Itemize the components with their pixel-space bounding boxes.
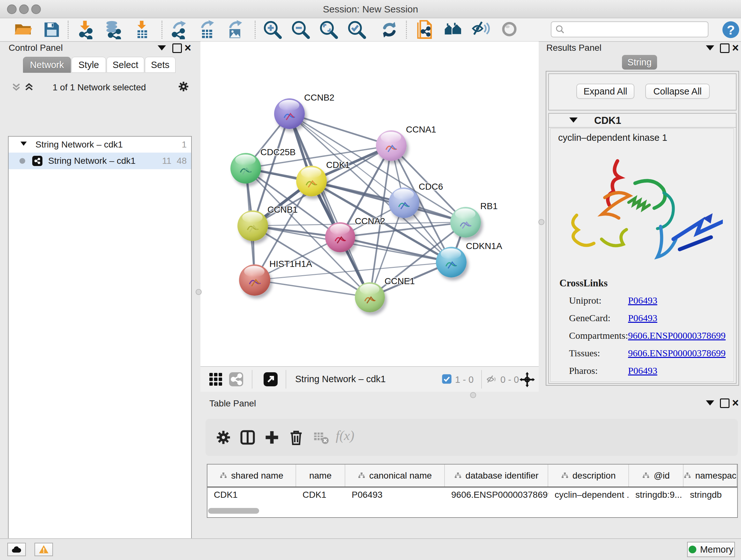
memory-button[interactable]: Memory [687, 542, 735, 557]
collapse-all-button[interactable]: Collapse All [645, 84, 710, 99]
protein-thumbnail [244, 219, 263, 238]
tab-network[interactable]: Network [23, 57, 71, 73]
crosslink-link[interactable]: P06493 [628, 295, 657, 306]
table-cell: P06493 [345, 490, 445, 500]
network-collection-row[interactable]: String Network – cdk1 1 [9, 137, 191, 152]
expand-all-button[interactable]: Expand All [576, 84, 634, 99]
help-icon[interactable]: ? [721, 20, 740, 39]
crosslink-link[interactable]: P06493 [628, 365, 657, 376]
left-splitter-handle[interactable] [196, 289, 202, 295]
zoom-out-icon[interactable] [291, 20, 310, 39]
results-panel: Results Panel × String Expand All Collap… [541, 42, 741, 397]
table-panel-menu-icon[interactable] [706, 400, 714, 406]
gear-icon[interactable] [215, 429, 232, 446]
network-node-CCNB1[interactable]: CCNB1 [238, 210, 268, 241]
save-session-icon[interactable] [42, 20, 61, 39]
results-panel-menu-icon[interactable] [706, 45, 714, 51]
network-node-CDKN1A[interactable]: CDKN1A [436, 247, 467, 277]
control-panel-menu-icon[interactable] [158, 45, 166, 51]
node-label: CDK1 [326, 160, 350, 170]
zoom-selected-icon[interactable] [347, 20, 366, 39]
tab-sets[interactable]: Sets [145, 57, 176, 73]
protein-thumbnail [361, 291, 380, 308]
table-row[interactable]: CDK1CDK1P064939606.ENSP00000378699cyclin… [207, 488, 737, 502]
crosslink-link[interactable]: 9606.ENSP00000378699 [628, 330, 726, 341]
column-type-icon [684, 472, 691, 480]
string-network-icon [32, 156, 43, 166]
memory-label: Memory [700, 544, 734, 555]
search-icon [555, 24, 565, 34]
results-panel-float-icon[interactable] [720, 44, 730, 53]
import-network-from-database-icon[interactable] [104, 20, 123, 39]
columns-icon[interactable] [239, 429, 256, 446]
birdseye-view-icon[interactable] [263, 372, 278, 387]
hide-panels-icon[interactable] [472, 20, 491, 39]
network-options-gear-icon[interactable] [178, 80, 190, 94]
network-node-CCNB2[interactable]: CCNB2 [274, 98, 305, 129]
share-document-icon[interactable] [415, 20, 434, 39]
home-pages-icon[interactable] [444, 20, 463, 39]
add-column-icon[interactable] [264, 429, 280, 446]
network-node-CCNA1[interactable]: CCNA1 [376, 130, 407, 161]
delete-table-icon[interactable] [313, 429, 329, 446]
entry-collapse-icon[interactable] [569, 118, 578, 123]
network-node-RB1[interactable]: RB1 [450, 207, 481, 238]
show-eye-icon[interactable] [500, 20, 519, 39]
tab-style[interactable]: Style [71, 57, 106, 73]
crosshair-icon[interactable] [520, 372, 535, 387]
refresh-icon[interactable] [380, 20, 399, 39]
export-image-icon[interactable] [225, 20, 245, 39]
export-network-icon[interactable] [169, 20, 188, 39]
import-table-icon[interactable] [132, 20, 151, 39]
column-header-database-identifier[interactable]: database identifier [445, 464, 548, 487]
results-panel-close-icon[interactable]: × [732, 44, 739, 52]
column-header-canonical-name[interactable]: canonical name [345, 464, 445, 487]
column-header-description[interactable]: description [548, 464, 629, 487]
import-network-icon[interactable] [76, 20, 95, 39]
cloud-button[interactable] [7, 543, 26, 556]
crosslink-link[interactable]: P06493 [628, 313, 657, 323]
network-row-selected[interactable]: String Network – cdk1 11 48 [9, 152, 191, 169]
horizontal-scrollbar[interactable] [208, 508, 259, 514]
table-panel-float-icon[interactable] [720, 398, 730, 408]
network-node-CDK1[interactable]: CDK1 [296, 166, 327, 196]
selected-checkbox[interactable] [442, 374, 452, 384]
column-header-shared-name[interactable]: shared name [207, 464, 296, 487]
control-panel-float-icon[interactable] [172, 44, 182, 53]
column-header-namespac[interactable]: namespac [684, 464, 737, 487]
column-type-icon [454, 472, 462, 480]
column-header-name[interactable]: name [296, 464, 345, 487]
network-node-CCNA2[interactable]: CCNA2 [325, 222, 355, 252]
control-panel-close-icon[interactable]: × [185, 44, 191, 52]
hidden-eye-icon[interactable] [486, 374, 497, 385]
network-node-CDC6[interactable]: CDC6 [389, 187, 419, 218]
column-header--id[interactable]: @id [629, 464, 684, 487]
zoom-in-icon[interactable] [263, 20, 282, 39]
tab-string[interactable]: String [622, 55, 657, 70]
network-node-CDC25B[interactable]: CDC25B [230, 153, 261, 184]
zoom-fit-icon[interactable] [319, 20, 338, 39]
share-view-icon[interactable] [228, 372, 244, 387]
cloud-icon [11, 545, 22, 554]
search-input[interactable] [551, 21, 709, 37]
title-bar: Session: New Session [0, 0, 741, 18]
table-cell: CDK1 [296, 490, 345, 500]
delete-icon[interactable] [288, 429, 305, 446]
network-node-HIST1H1A[interactable]: HIST1H1A [239, 264, 270, 296]
network-canvas[interactable]: CCNB2 CCNA1 CDC25B CDK1 CDC6 RB1 CCNB1 [200, 42, 539, 366]
node-label: CCNE1 [385, 276, 415, 287]
export-table-icon[interactable] [197, 20, 216, 39]
tab-select[interactable]: Select [107, 57, 144, 73]
open-session-icon[interactable] [13, 20, 32, 39]
collection-expand-icon[interactable] [19, 139, 28, 150]
table-panel-close-icon[interactable]: × [732, 399, 739, 407]
warning-button[interactable] [35, 543, 53, 556]
crosslink-label: Pharos: [569, 365, 628, 376]
column-type-icon [358, 472, 365, 480]
grid-view-icon[interactable] [208, 372, 223, 387]
network-name: String Network – cdk1 [48, 156, 136, 166]
function-icon[interactable]: f(x) [336, 428, 354, 443]
crosslink-link[interactable]: 9606.ENSP00000378699 [628, 348, 726, 359]
network-node-CCNE1[interactable]: CCNE1 [355, 282, 385, 312]
table-body: CDK1CDK1P064939606.ENSP00000378699cyclin… [207, 488, 737, 502]
